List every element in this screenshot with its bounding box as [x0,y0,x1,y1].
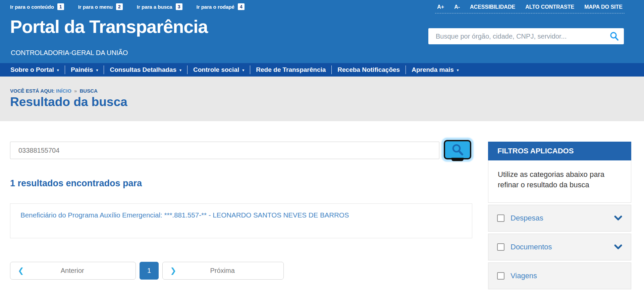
filters-sidebar: FILTROS APLICADOS Utilize as categorias … [488,142,631,289]
search-submit-button[interactable] [444,140,471,159]
main-nav: Sobre o Portal ▾ Painéis ▾ Consultas Det… [0,63,644,77]
portal-transparencia-page: Ir para o conteúdo 1 Ir para o menu 2 Ir… [0,0,644,292]
chevron-down-icon: ▾ [96,68,98,72]
skip-link-key-badge: 3 [176,3,182,10]
pagination-previous-label: Anterior [24,267,121,275]
skip-link-key-badge: 4 [238,3,245,10]
skip-link-key-badge: 2 [116,3,123,10]
font-decrease-button[interactable]: A- [454,4,460,10]
header-search-input[interactable] [436,33,609,40]
skip-link-content[interactable]: Ir para o conteúdo 1 [10,3,64,10]
chevron-left-icon: ❮ [18,266,24,275]
pagination-page-1-button[interactable]: 1 [140,262,159,280]
nav-receba-notificacoes[interactable]: Receba Notificações [332,66,406,74]
breadcrumb-current: BUSCA [80,88,98,94]
nav-item-label: Painéis [71,66,93,74]
header-search-box [428,28,624,44]
filter-row-viagens[interactable]: Viagens [488,262,631,289]
nav-item-label: Rede de Transparência [256,66,326,74]
chevron-down-icon: ▾ [179,68,181,72]
filter-label: Despesas [511,214,614,223]
results-count-heading: 1 resultados encontrados para [10,178,142,189]
skip-link-search[interactable]: Ir para a busca 3 [137,3,182,10]
chevron-down-icon: ▾ [57,68,59,72]
high-contrast-link[interactable]: ALTO CONTRASTE [525,4,574,10]
breadcrumb-home-link[interactable]: INÍCIO [56,88,71,94]
nav-aprenda-mais[interactable]: Aprenda mais ▾ [406,66,465,74]
chevron-down-icon: ▾ [242,68,244,72]
site-subtitle: CONTROLADORIA-GERAL DA UNIÃO [11,49,128,57]
chevron-down-icon: ▾ [457,68,459,72]
skip-links: Ir para o conteúdo 1 Ir para o menu 2 Ir… [10,3,245,10]
font-increase-button[interactable]: A+ [437,4,444,10]
page-title: Resultado da busca [10,95,127,109]
chevron-right-icon: ❯ [170,266,176,275]
header: Ir para o conteúdo 1 Ir para o menu 2 Ir… [0,0,644,63]
pagination-next-button[interactable]: ❯ Próxima [162,262,284,280]
skip-link-key-badge: 1 [57,3,64,10]
filter-row-documentos[interactable]: Documentos [488,234,631,260]
accessibility-bar: A+ A- ACESSIBILIDADE ALTO CONTRASTE MAPA… [435,3,625,13]
pagination-previous-button[interactable]: ❮ Anterior [10,262,136,280]
filters-header: FILTROS APLICADOS [488,142,631,160]
viagens-checkbox[interactable] [497,272,504,280]
skip-link-footer[interactable]: Ir para o rodapé 4 [197,3,245,10]
skip-link-menu[interactable]: Ir para o menu 2 [78,3,123,10]
result-link[interactable]: Beneficiário do Programa Auxílio Emergen… [20,211,349,219]
pagination-next-label: Próxima [176,267,269,275]
nav-item-label: Receba Notificações [337,66,400,74]
nav-paineis[interactable]: Painéis ▾ [65,66,104,74]
nav-sobre-o-portal[interactable]: Sobre o Portal ▾ [5,66,65,74]
topbar: Ir para o conteúdo 1 Ir para o menu 2 Ir… [10,3,625,13]
nav-item-label: Sobre o Portal [10,66,54,74]
nav-controle-social[interactable]: Controle social ▾ [187,66,250,74]
breadcrumb: VOCÊ ESTÁ AQUI: INÍCIO » BUSCA [10,88,98,94]
breadcrumb-separator: » [73,88,78,94]
chevron-down-icon[interactable] [614,215,622,221]
filter-label: Documentos [511,243,614,251]
nav-rede-de-transparencia[interactable]: Rede de Transparência [250,66,331,74]
filter-label: Viagens [511,272,622,280]
sitemap-link[interactable]: MAPA DO SITE [584,4,623,10]
result-card: Beneficiário do Programa Auxílio Emergen… [10,203,472,238]
breadcrumb-prefix: VOCÊ ESTÁ AQUI: [10,88,55,94]
search-icon[interactable] [609,31,619,41]
nav-item-label: Aprenda mais [412,66,454,74]
search-icon [451,143,464,156]
chevron-down-icon[interactable] [614,244,622,250]
nav-consultas-detalhadas[interactable]: Consultas Detalhadas ▾ [104,66,187,74]
pagination: ❮ Anterior 1 ❯ Próxima [10,262,284,280]
nav-item-label: Controle social [193,66,239,74]
skip-link-label: Ir para o rodapé [197,4,234,10]
filter-row-despesas[interactable]: Despesas [488,205,631,232]
nav-item-label: Consultas Detalhadas [110,66,176,74]
accessibility-link[interactable]: ACESSIBILIDADE [470,4,515,10]
filters-description: Utilize as categorias abaixo para refina… [488,160,631,203]
documentos-checkbox[interactable] [497,243,504,251]
search-input[interactable] [10,142,439,159]
despesas-checkbox[interactable] [497,214,504,222]
skip-link-label: Ir para a busca [137,4,172,10]
site-title[interactable]: Portal da Transparência [10,16,208,37]
skip-link-label: Ir para o conteúdo [10,4,54,10]
skip-link-label: Ir para o menu [78,4,113,10]
